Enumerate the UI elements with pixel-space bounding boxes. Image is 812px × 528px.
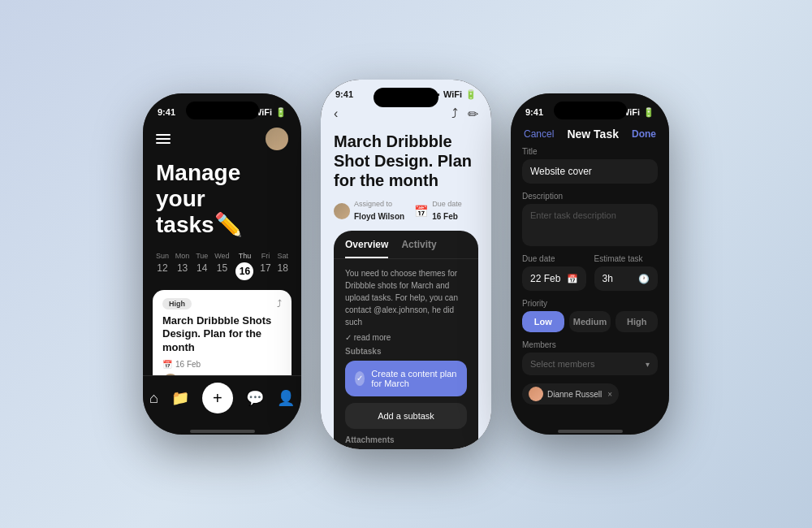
member-avatar bbox=[529, 387, 543, 401]
new-task-form: Title Website cover Description Enter ta… bbox=[511, 147, 669, 426]
edit-icon[interactable]: ✏ bbox=[468, 106, 478, 122]
day-name: Wed bbox=[214, 252, 229, 260]
cal-day-thu-today[interactable]: Thu 16 bbox=[235, 252, 253, 280]
cancel-button[interactable]: Cancel bbox=[524, 128, 554, 140]
assigned-avatar bbox=[334, 203, 350, 219]
estimate-input[interactable]: 3h 🕐 bbox=[594, 266, 659, 291]
cal-day-sat[interactable]: Sat 18 bbox=[278, 252, 289, 280]
assigned-row: Assigned to Floyd Wilson 📅 Due date 16 F… bbox=[334, 200, 478, 223]
due-date-group: Due date 22 Feb 📅 bbox=[522, 254, 586, 291]
back-icon[interactable]: ‹ bbox=[334, 106, 338, 121]
task-date-1: 16 Feb bbox=[175, 360, 201, 369]
day-name: Sun bbox=[156, 252, 169, 260]
cal-day-fri[interactable]: Fri 17 bbox=[260, 252, 270, 280]
time-right: 9:41 bbox=[525, 107, 543, 117]
home-indicator bbox=[190, 430, 255, 433]
chat-icon[interactable]: 💬 bbox=[246, 389, 264, 407]
task-title-1: March Dribbble Shots Design. Plan for th… bbox=[162, 314, 282, 356]
due-info: Due date 16 Feb bbox=[432, 200, 462, 223]
tab-activity[interactable]: Activity bbox=[401, 239, 436, 258]
cal-day-mon[interactable]: Mon 13 bbox=[175, 252, 190, 280]
description-label: Description bbox=[522, 192, 658, 201]
share-icon[interactable]: ⤴ bbox=[277, 298, 282, 309]
day-name: Sat bbox=[278, 252, 289, 260]
day-num: 16 bbox=[235, 262, 253, 280]
title-label: Title bbox=[522, 147, 658, 156]
dynamic-island bbox=[186, 102, 259, 119]
due-date-label: Due date bbox=[522, 254, 586, 263]
detail-main: March Dribbble Shot Design. Plan for the… bbox=[321, 125, 491, 449]
day-num: 14 bbox=[197, 262, 207, 274]
chevron-down-icon: ▾ bbox=[646, 360, 650, 369]
avatar[interactable] bbox=[266, 128, 288, 150]
phone-task-detail: 9:41 ▪▪▪ WiFi 🔋 ‹ ⤴ ✏ March Dribbble Sho… bbox=[321, 80, 491, 449]
due-date: 16 Feb bbox=[432, 212, 458, 221]
remove-member-button[interactable]: × bbox=[607, 390, 612, 399]
subtask-text: Create a content plan for March bbox=[371, 369, 457, 388]
member-tag-dianne: Dianne Russell × bbox=[522, 383, 619, 405]
cal-day-wed[interactable]: Wed 15 bbox=[214, 252, 229, 280]
read-more[interactable]: ✓ read more bbox=[345, 333, 467, 342]
priority-low[interactable]: Low bbox=[522, 311, 564, 332]
member-name: Dianne Russell bbox=[547, 390, 602, 399]
bottom-navigation: ⌂ 📁 + 💬 👤 bbox=[143, 375, 301, 426]
description-input[interactable]: Enter task description bbox=[522, 204, 658, 246]
subtasks-label: Subtasks bbox=[345, 347, 467, 356]
profile-icon[interactable]: 👤 bbox=[277, 389, 295, 407]
folder-icon[interactable]: 📁 bbox=[171, 389, 189, 407]
detail-body: You need to choose themes for Dribbble s… bbox=[334, 259, 478, 449]
subtask-check: ✓ bbox=[355, 371, 365, 386]
members-placeholder: Select members bbox=[530, 359, 594, 369]
due-date-value: 22 Feb bbox=[530, 273, 560, 284]
priority-buttons: Low Medium High bbox=[522, 311, 658, 332]
due-cal-icon: 📅 bbox=[414, 205, 428, 218]
day-num: 12 bbox=[157, 262, 167, 274]
time-center: 9:41 bbox=[335, 89, 353, 99]
priority-group: Priority Low Medium High bbox=[522, 299, 658, 332]
description-field-group: Description Enter task description bbox=[522, 192, 658, 246]
cal-day-tue[interactable]: Tue 14 bbox=[196, 252, 208, 280]
day-name: Fri bbox=[261, 252, 270, 260]
members-select[interactable]: Select members ▾ bbox=[522, 353, 658, 375]
day-num: 18 bbox=[278, 262, 288, 274]
done-button[interactable]: Done bbox=[632, 128, 656, 140]
new-task-header: Cancel New Task Done bbox=[511, 124, 669, 147]
assigned-name: Floyd Wilson bbox=[354, 212, 404, 221]
battery-icon-r: 🔋 bbox=[643, 107, 654, 118]
date-estimate-row: Due date 22 Feb 📅 Estimate task 3h 🕐 bbox=[522, 254, 658, 291]
day-num: 13 bbox=[177, 262, 188, 274]
cal-day-sun[interactable]: Sun 12 bbox=[156, 252, 169, 280]
time-left: 9:41 bbox=[158, 107, 175, 117]
assigned-label: Assigned to bbox=[354, 200, 404, 208]
home-icon[interactable]: ⌂ bbox=[149, 390, 158, 407]
wifi-icon-c: WiFi bbox=[443, 89, 462, 99]
phone-task-manager: 9:41 ▪▪▪ WiFi 🔋 Manage your tasks✏️ Sun … bbox=[143, 93, 301, 435]
menu-icon[interactable] bbox=[156, 134, 171, 144]
tab-overview[interactable]: Overview bbox=[345, 239, 388, 258]
task-card-1[interactable]: High ⤴ March Dribbble Shots Design. Plan… bbox=[153, 290, 292, 375]
estimate-label: Estimate task bbox=[594, 254, 659, 263]
share-icon-detail[interactable]: ⤴ bbox=[451, 106, 458, 122]
due-block: 📅 Due date 16 Feb bbox=[414, 200, 462, 223]
calendar-icon-form: 📅 bbox=[567, 274, 578, 284]
clock-icon: 🕐 bbox=[638, 274, 650, 284]
assigned-block: Assigned to Floyd Wilson bbox=[334, 200, 404, 223]
assigned-info: Assigned to Floyd Wilson bbox=[354, 200, 404, 223]
calendar-icon: 📅 bbox=[162, 360, 172, 369]
task-meta-1: 📅 16 Feb bbox=[162, 360, 282, 369]
members-group: Members Select members ▾ bbox=[522, 340, 658, 375]
priority-high[interactable]: High bbox=[615, 311, 658, 332]
detail-panel: Overview Activity You need to choose the… bbox=[334, 231, 478, 449]
phone-new-task: 9:41 ▪▪▪ WiFi 🔋 Cancel New Task Done Tit… bbox=[511, 93, 669, 435]
badge-high: High bbox=[162, 298, 192, 309]
priority-medium[interactable]: Medium bbox=[569, 311, 611, 332]
title-input[interactable]: Website cover bbox=[522, 159, 658, 184]
header-actions: ⤴ ✏ bbox=[451, 106, 478, 122]
add-button[interactable]: + bbox=[202, 383, 233, 413]
due-date-input[interactable]: 22 Feb 📅 bbox=[522, 266, 586, 291]
day-name: Tue bbox=[196, 252, 208, 260]
priority-label: Priority bbox=[522, 299, 658, 308]
task-header-1: High ⤴ bbox=[162, 298, 282, 309]
subtask-item-1[interactable]: ✓ Create a content plan for March bbox=[345, 361, 467, 396]
add-subtask-button[interactable]: Add a subtask bbox=[345, 403, 467, 429]
